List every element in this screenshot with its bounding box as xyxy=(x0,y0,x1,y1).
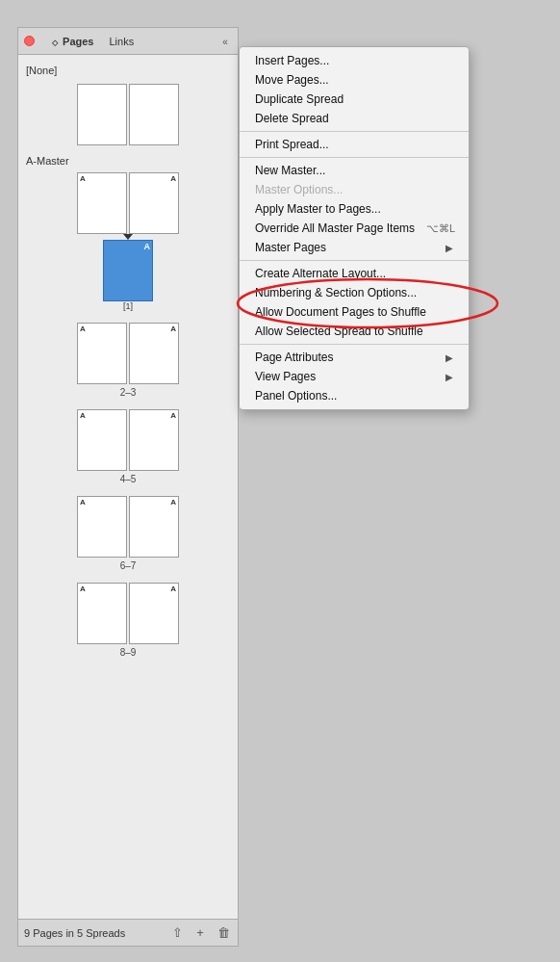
page-9-label: A xyxy=(170,585,176,593)
page-3[interactable]: A xyxy=(129,323,179,384)
panel-tabs: ◇ Pages Links xyxy=(44,36,141,47)
tab-arrow-icon: ◇ xyxy=(52,39,58,47)
master-page-left-label: A xyxy=(80,174,86,183)
page-4-label: A xyxy=(80,411,86,420)
spread-2-3-pages: A A xyxy=(77,323,179,384)
spread-8-9: A A 8–9 xyxy=(18,583,238,662)
menu-item-insert-pages[interactable]: Insert Pages... xyxy=(240,51,469,70)
menu-item-page-attributes[interactable]: Page Attributes▶ xyxy=(240,348,469,367)
spread-6-7: A A 6–7 xyxy=(18,496,238,575)
master-spread: A A xyxy=(18,172,238,234)
spread-8-9-pages: A A xyxy=(77,583,179,644)
page-4[interactable]: A xyxy=(77,409,127,471)
tab-links[interactable]: Links xyxy=(101,36,141,47)
menu-item-label-new-master: New Master... xyxy=(255,164,325,177)
menu-item-master-pages[interactable]: Master Pages▶ xyxy=(240,238,469,257)
menu-item-new-master[interactable]: New Master... xyxy=(240,161,469,180)
menu-item-label-override-master: Override All Master Page Items xyxy=(255,221,415,235)
menu-item-print-spread[interactable]: Print Spread... xyxy=(240,135,469,154)
none-spread xyxy=(18,84,238,145)
menu-item-label-apply-master: Apply Master to Pages... xyxy=(255,202,381,216)
pages-panel: ◇ Pages Links « [None] A-Master A xyxy=(17,27,239,947)
page-2[interactable]: A xyxy=(77,323,127,384)
menu-separator xyxy=(240,157,469,158)
menu-item-allow-doc-shuffle[interactable]: Allow Document Pages to Shuffle xyxy=(240,302,469,322)
page-1-thumb[interactable]: A xyxy=(103,240,153,301)
panel-footer: 9 Pages in 5 Spreads ⇧ + 🗑 xyxy=(18,919,238,946)
panel-content: [None] A-Master A A xyxy=(18,55,238,919)
menu-item-label-create-alternate: Create Alternate Layout... xyxy=(255,267,386,280)
menu-item-allow-spread-shuffle[interactable]: Allow Selected Spread to Shuffle xyxy=(240,322,469,341)
menu-item-override-master[interactable]: Override All Master Page Items⌥⌘L xyxy=(240,219,469,238)
page-6[interactable]: A xyxy=(77,496,127,558)
menu-shortcut-override-master: ⌥⌘L xyxy=(426,222,455,235)
menu-item-numbering-section[interactable]: Numbering & Section Options... xyxy=(240,283,469,302)
spread-8-9-label: 8–9 xyxy=(120,647,137,658)
none-page-right[interactable] xyxy=(129,84,179,145)
menu-item-label-move-pages: Move Pages... xyxy=(255,73,329,87)
menu-separator xyxy=(240,131,469,132)
footer-icons: ⇧ + 🗑 xyxy=(168,924,232,942)
page-9[interactable]: A xyxy=(129,583,179,644)
tab-pages[interactable]: ◇ Pages xyxy=(44,36,101,47)
none-label: [None] xyxy=(18,61,238,80)
menu-item-master-options: Master Options... xyxy=(240,180,469,199)
master-page-right-label: A xyxy=(170,174,176,183)
delete-page-icon[interactable]: 🗑 xyxy=(215,924,232,942)
collapse-button[interactable]: « xyxy=(218,35,232,48)
page-5-label: A xyxy=(170,411,176,420)
spread-6-7-pages: A A xyxy=(77,496,179,558)
menu-item-label-allow-doc-shuffle: Allow Document Pages to Shuffle xyxy=(255,305,426,319)
new-page-icon[interactable]: + xyxy=(191,924,209,942)
menu-item-label-master-options: Master Options... xyxy=(255,183,343,196)
footer-text: 9 Pages in 5 Spreads xyxy=(24,927,125,939)
menu-item-label-delete-spread: Delete Spread xyxy=(255,112,329,125)
menu-item-panel-options[interactable]: Panel Options... xyxy=(240,386,469,405)
close-button[interactable] xyxy=(24,36,35,46)
menu-item-move-pages[interactable]: Move Pages... xyxy=(240,70,469,90)
context-menu: Insert Pages...Move Pages...Duplicate Sp… xyxy=(239,46,470,410)
menu-item-label-insert-pages: Insert Pages... xyxy=(255,54,329,67)
menu-item-create-alternate[interactable]: Create Alternate Layout... xyxy=(240,264,469,283)
menu-item-view-pages[interactable]: View Pages▶ xyxy=(240,367,469,386)
spread-4-5-pages: A A xyxy=(77,409,179,471)
new-page-from-master-icon[interactable]: ⇧ xyxy=(168,924,186,942)
spread-1: A [1] xyxy=(18,240,238,315)
page-7-label: A xyxy=(170,498,176,507)
master-label: A-Master xyxy=(18,151,238,169)
menu-item-label-panel-options: Panel Options... xyxy=(255,389,337,403)
menu-item-apply-master[interactable]: Apply Master to Pages... xyxy=(240,199,469,219)
menu-item-label-numbering-section: Numbering & Section Options... xyxy=(255,286,417,299)
menu-separator xyxy=(240,344,469,345)
menu-separator xyxy=(240,260,469,261)
menu-item-label-duplicate-spread: Duplicate Spread xyxy=(255,92,344,106)
page-3-label: A xyxy=(170,325,176,333)
menu-item-label-view-pages: View Pages xyxy=(255,370,316,383)
menu-arrow-page-attributes: ▶ xyxy=(445,352,453,363)
menu-item-delete-spread[interactable]: Delete Spread xyxy=(240,109,469,128)
menu-item-label-allow-spread-shuffle: Allow Selected Spread to Shuffle xyxy=(255,325,423,338)
spread-6-7-label: 6–7 xyxy=(120,560,137,571)
menu-item-label-master-pages: Master Pages xyxy=(255,241,326,254)
spread-2-3: A A 2–3 xyxy=(18,323,238,402)
panel-titlebar: ◇ Pages Links « xyxy=(18,28,238,55)
master-page-right[interactable]: A xyxy=(129,172,179,234)
page-5[interactable]: A xyxy=(129,409,179,471)
spread-4-5: A A 4–5 xyxy=(18,409,238,488)
spread-4-5-label: 4–5 xyxy=(120,474,137,484)
none-page-left[interactable] xyxy=(77,84,127,145)
page-2-label: A xyxy=(80,325,86,333)
menu-item-label-page-attributes: Page Attributes xyxy=(255,351,333,364)
page-1-row: A [1] xyxy=(103,240,153,315)
page-1-indicator: [1] xyxy=(123,301,133,311)
menu-item-duplicate-spread[interactable]: Duplicate Spread xyxy=(240,90,469,109)
spread-2-3-label: 2–3 xyxy=(120,387,137,398)
menu-arrow-master-pages: ▶ xyxy=(445,243,453,253)
page-8[interactable]: A xyxy=(77,583,127,644)
page-1-corner-label: A xyxy=(144,242,151,251)
master-page-left[interactable]: A xyxy=(77,172,127,234)
page-7[interactable]: A xyxy=(129,496,179,558)
page-6-label: A xyxy=(80,498,86,507)
menu-arrow-view-pages: ▶ xyxy=(445,372,453,382)
page-8-label: A xyxy=(80,585,86,593)
